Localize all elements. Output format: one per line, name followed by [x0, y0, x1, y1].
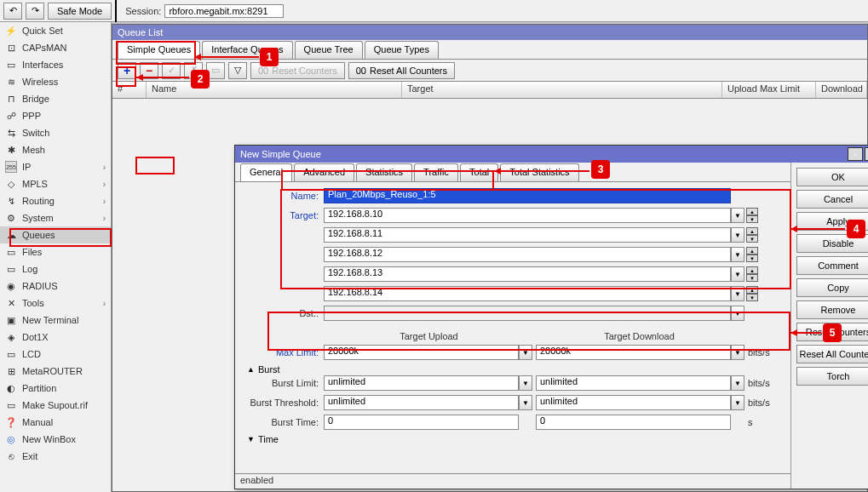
- tab-traffic[interactable]: Traffic: [414, 163, 458, 181]
- burst-threshold-up-input[interactable]: unlimited: [324, 395, 519, 410]
- target-input-0[interactable]: 192.168.8.10: [324, 208, 731, 223]
- routing-icon: ↯: [5, 195, 17, 207]
- sidebar-item-mpls[interactable]: ◇MPLS: [0, 175, 111, 192]
- tab-queue-tree[interactable]: Queue Tree: [295, 41, 363, 59]
- sidebar-item-ppp[interactable]: ☍PPP: [0, 107, 111, 124]
- time-section-toggle[interactable]: ▼Time: [247, 434, 779, 444]
- dropdown-icon[interactable]: ▼: [519, 395, 532, 410]
- sidebar-item-exit[interactable]: ⎋Exit: [0, 448, 111, 465]
- remove-button[interactable]: Remove: [796, 300, 868, 319]
- reset-all-counters-button[interactable]: 00Reset All Counters: [348, 62, 455, 79]
- spin-up-icon[interactable]: ▲: [746, 208, 758, 215]
- sidebar-item-tools[interactable]: ✕Tools: [0, 295, 111, 312]
- dropdown-icon[interactable]: ▼: [731, 208, 744, 223]
- col-target[interactable]: Target: [402, 82, 722, 98]
- sidebar-item-quickset[interactable]: ⚡Quick Set: [0, 22, 111, 39]
- spin-up-icon[interactable]: ▲: [746, 266, 758, 274]
- sidebar-item-capsman[interactable]: ⊡CAPsMAN: [0, 39, 111, 56]
- supout-icon: ▭: [5, 399, 17, 411]
- sidebar-item-newterminal[interactable]: ▣New Terminal: [0, 312, 111, 329]
- target-input-3[interactable]: 192.168.8.13: [324, 266, 731, 282]
- redo-button[interactable]: ↷: [26, 3, 44, 20]
- col-download[interactable]: Download: [816, 82, 867, 98]
- col-name[interactable]: Name: [147, 82, 402, 98]
- sidebar-item-ip[interactable]: 255IP: [0, 158, 111, 175]
- dropdown-icon[interactable]: ▼: [731, 227, 744, 243]
- dropdown-icon[interactable]: ▼: [519, 375, 532, 391]
- max-limit-down-input[interactable]: 20000k: [536, 345, 731, 360]
- sidebar-item-lcd[interactable]: ▭LCD: [0, 346, 111, 363]
- sidebar-item-interfaces[interactable]: ▭Interfaces: [0, 56, 111, 73]
- burst-threshold-down-input[interactable]: unlimited: [536, 395, 731, 410]
- sidebar-item-newwinbox[interactable]: ◎New WinBox: [0, 431, 111, 448]
- target-input-1[interactable]: 192.168.8.11: [324, 227, 731, 243]
- sidebar-item-label: LCD: [22, 349, 41, 359]
- spin-down-icon[interactable]: ▼: [746, 274, 758, 282]
- sidebar-item-supout[interactable]: ▭Make Supout.rif: [0, 397, 111, 414]
- target-input-4[interactable]: 192.168.8.14: [324, 286, 731, 301]
- tab-total[interactable]: Total: [460, 163, 498, 181]
- sidebar-item-partition[interactable]: ◐Partition: [0, 380, 111, 397]
- dropdown-icon[interactable]: ▼: [731, 247, 744, 262]
- dialog-titlebar[interactable]: New Simple Queue ▫ ✕: [235, 146, 868, 163]
- tab-general[interactable]: General: [240, 163, 292, 181]
- reset-all-counters-button[interactable]: Reset All Counters: [796, 345, 868, 363]
- ok-button[interactable]: OK: [796, 168, 868, 186]
- tab-queue-types[interactable]: Queue Types: [365, 41, 439, 59]
- col-num[interactable]: #: [112, 82, 147, 98]
- spin-up-icon[interactable]: ▲: [746, 227, 758, 235]
- cancel-button[interactable]: Cancel: [796, 190, 868, 209]
- dropdown-icon[interactable]: ▼: [731, 375, 744, 391]
- dst-label: Dst.:: [247, 308, 324, 318]
- spin-down-icon[interactable]: ▼: [746, 235, 758, 243]
- spin-up-icon[interactable]: ▲: [746, 286, 758, 294]
- spin-down-icon[interactable]: ▼: [746, 215, 758, 223]
- sidebar-item-switch[interactable]: ⇆Switch: [0, 124, 111, 141]
- sidebar-item-system[interactable]: ⚙System: [0, 209, 111, 226]
- spin-down-icon[interactable]: ▼: [746, 255, 758, 262]
- sidebar-item-radius[interactable]: ◉RADIUS: [0, 277, 111, 295]
- dropdown-icon[interactable]: ▼: [731, 286, 744, 301]
- burst-section-toggle[interactable]: ▲Burst: [247, 364, 779, 375]
- max-limit-up-input[interactable]: 20000k: [324, 345, 519, 360]
- comment-button[interactable]: Comment: [796, 256, 868, 275]
- sidebar-item-mesh[interactable]: ✱Mesh: [0, 141, 111, 158]
- sidebar-item-log[interactable]: ▭Log: [0, 260, 111, 277]
- add-button[interactable]: +: [118, 62, 136, 79]
- tab-statistics[interactable]: Statistics: [356, 163, 412, 181]
- spin-up-icon[interactable]: ▲: [746, 247, 758, 255]
- copy-button[interactable]: Copy: [796, 278, 868, 297]
- burst-limit-up-input[interactable]: unlimited: [324, 375, 519, 391]
- sidebar-item-manual[interactable]: ❓Manual: [0, 414, 111, 431]
- spin-down-icon[interactable]: ▼: [746, 294, 758, 301]
- sidebar-item-dot1x[interactable]: ◈Dot1X: [0, 329, 111, 346]
- burst-time-up-input[interactable]: 0: [324, 415, 519, 430]
- torch-button[interactable]: Torch: [796, 367, 868, 386]
- dst-input[interactable]: [324, 306, 731, 321]
- col-upload[interactable]: Upload Max Limit: [722, 82, 816, 98]
- dropdown-icon[interactable]: ▼: [731, 395, 744, 410]
- dropdown-icon[interactable]: ▼: [731, 266, 744, 282]
- sidebar-item-metarouter[interactable]: ⊞MetaROUTER: [0, 363, 111, 380]
- burst-time-down-input[interactable]: 0: [536, 415, 731, 430]
- expand-icon[interactable]: ▼: [731, 306, 744, 321]
- name-input[interactable]: Plan_20Mbps_Reuso_1:5: [324, 188, 731, 203]
- dropdown-icon[interactable]: ▼: [519, 345, 532, 360]
- sidebar-item-routing[interactable]: ↯Routing: [0, 192, 111, 209]
- name-label: Name:: [247, 191, 324, 201]
- sidebar-item-wireless[interactable]: ≋Wireless: [0, 73, 111, 90]
- sidebar-item-files[interactable]: ▭Files: [0, 243, 111, 260]
- close-button[interactable]: ✕: [865, 147, 868, 161]
- filter-button[interactable]: ▽: [228, 62, 247, 79]
- tab-advanced[interactable]: Advanced: [294, 163, 354, 181]
- sidebar-item-queues[interactable]: ☁Queues: [0, 226, 111, 243]
- minimize-button[interactable]: ▫: [848, 147, 863, 161]
- sidebar-item-bridge[interactable]: ⊓Bridge: [0, 90, 111, 107]
- burst-limit-down-input[interactable]: unlimited: [536, 375, 731, 391]
- undo-button[interactable]: ↶: [3, 3, 22, 20]
- sidebar-item-label: MetaROUTER: [22, 366, 83, 376]
- target-input-2[interactable]: 192.168.8.12: [324, 247, 731, 262]
- tab-simple-queues[interactable]: Simple Queues: [118, 41, 200, 59]
- dropdown-icon[interactable]: ▼: [731, 345, 744, 360]
- safe-mode-button[interactable]: Safe Mode: [48, 3, 112, 20]
